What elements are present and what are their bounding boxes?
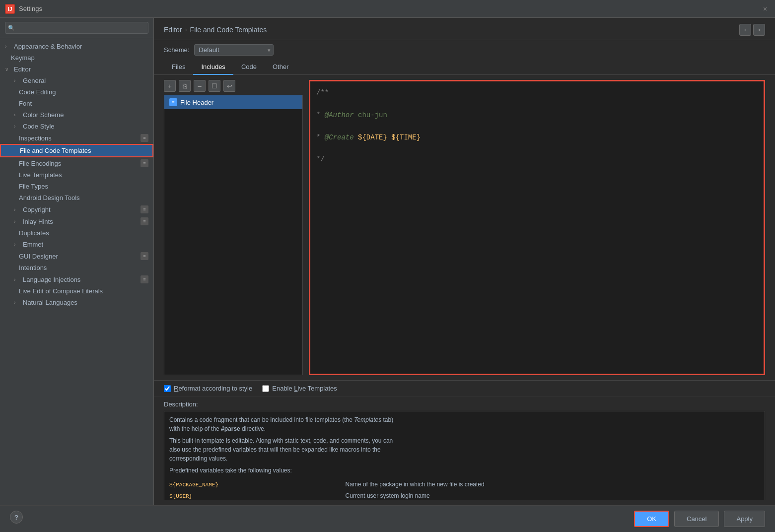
sidebar-item-editor[interactable]: ∨ Editor [0, 64, 153, 75]
nav-buttons: ‹ › [739, 24, 765, 36]
sidebar-item-duplicates[interactable]: Duplicates [0, 227, 153, 239]
scheme-select[interactable]: Default Project [194, 44, 274, 56]
sidebar-item-label: Intentions [19, 264, 47, 271]
copy-template-button[interactable]: ⎘ [179, 80, 191, 92]
variables-table: ${PACKAGE_NAME} Name of the package in w… [169, 479, 760, 500]
enable-live-templates-checkbox-row: Enable Live Templates [262, 385, 337, 392]
sidebar: 🔍 › Appearance & Behavior Keymap ∨ Edito… [0, 18, 154, 505]
reformat-checkbox[interactable] [164, 385, 171, 392]
description-line1: Contains a code fragment that can be inc… [169, 415, 760, 424]
help-button[interactable]: ? [10, 511, 23, 524]
sidebar-item-code-style[interactable]: › Code Style [0, 121, 153, 132]
arrow-icon: › [14, 242, 20, 247]
clone-template-button[interactable]: ☐ [209, 80, 220, 92]
bottom-options: Reformat according to style Enable Live … [154, 380, 775, 396]
sidebar-item-inlay-hints[interactable]: › Inlay Hints ≡ [0, 215, 153, 227]
sidebar-item-font[interactable]: Font [0, 98, 153, 109]
sidebar-item-gui-designer[interactable]: GUI Designer ≡ [0, 250, 153, 262]
tab-other[interactable]: Other [265, 60, 297, 75]
sidebar-item-label: Inlay Hints [23, 218, 53, 225]
arrow-icon: › [5, 44, 11, 49]
code-editor-panel: /** * @Author chu-jun * @Create ${DATE} … [309, 80, 765, 375]
variable-row-user: ${USER} Current user system login name [169, 490, 760, 501]
reformat-label[interactable]: Reformat according to style [174, 385, 252, 392]
app-icon: IJ [5, 4, 15, 14]
code-editor[interactable]: /** * @Author chu-jun * @Create ${DATE} … [309, 80, 765, 375]
arrow-icon: › [14, 124, 20, 129]
variable-key: ${PACKAGE_NAME} [169, 479, 346, 490]
main-layout: 🔍 › Appearance & Behavior Keymap ∨ Edito… [0, 18, 775, 505]
sidebar-item-android-design-tools[interactable]: Android Design Tools [0, 192, 153, 203]
nav-back-button[interactable]: ‹ [739, 24, 751, 36]
sidebar-item-label: Natural Languages [23, 299, 77, 306]
code-comment: /** [316, 89, 329, 97]
sidebar-item-natural-languages[interactable]: › Natural Languages [0, 297, 153, 308]
tab-includes[interactable]: Includes [193, 60, 233, 75]
nav-forward-button[interactable]: › [753, 24, 765, 36]
breadcrumb: Editor › File and Code Templates ‹ › [154, 18, 775, 40]
sidebar-item-file-types[interactable]: File Types [0, 181, 153, 192]
close-button[interactable]: × [760, 4, 770, 14]
template-list-item-file-header[interactable]: ≡ File Header [164, 95, 302, 109]
search-box: 🔍 [0, 18, 153, 38]
sidebar-item-file-code-templates[interactable]: File and Code Templates [0, 144, 153, 157]
sidebar-item-label: Editor [14, 66, 31, 73]
badge-icon: ≡ [141, 134, 148, 142]
sidebar-item-label: Appearance & Behavior [14, 43, 82, 50]
sidebar-item-file-encodings[interactable]: File Encodings ≡ [0, 157, 153, 169]
apply-button[interactable]: Apply [724, 511, 765, 527]
badge-icon: ≡ [141, 252, 148, 260]
sidebar-item-label: Language Injections [23, 276, 80, 283]
variable-row-package: ${PACKAGE_NAME} Name of the package in w… [169, 479, 760, 490]
sidebar-item-label: Live Edit of Compose Literals [19, 287, 103, 295]
sidebar-item-label: Inspections [19, 134, 52, 142]
sidebar-item-label: Code Style [23, 123, 55, 130]
toolbar-row: + ⎘ – ☐ ↩ [164, 80, 303, 92]
tab-files[interactable]: Files [164, 60, 193, 75]
sidebar-item-label: Android Design Tools [19, 194, 80, 201]
code-line: * @Author chu-jun [316, 110, 758, 121]
cancel-button[interactable]: Cancel [674, 511, 719, 527]
enable-live-templates-checkbox[interactable] [262, 385, 269, 392]
sidebar-item-keymap[interactable]: Keymap [0, 52, 153, 64]
description-box: Contains a code fragment that can be inc… [164, 411, 765, 500]
template-editor: + ⎘ – ☐ ↩ ≡ File Header /** [154, 75, 775, 380]
description-panel: Description: Contains a code fragment th… [154, 396, 775, 505]
sidebar-item-code-editing[interactable]: Code Editing [0, 86, 153, 98]
tab-code[interactable]: Code [233, 60, 265, 75]
description-title: Description: [164, 400, 765, 408]
code-line: * @Create ${DATE} ${TIME} [316, 132, 758, 143]
ok-button[interactable]: OK [634, 511, 669, 527]
scheme-select-wrapper: Default Project [194, 44, 274, 56]
add-template-button[interactable]: + [164, 80, 176, 92]
sidebar-item-appearance[interactable]: › Appearance & Behavior [0, 41, 153, 52]
sidebar-item-general[interactable]: › General [0, 75, 153, 86]
variable-value: Name of the package in which the new fil… [346, 479, 760, 490]
enable-live-templates-label[interactable]: Enable Live Templates [272, 385, 337, 392]
sidebar-item-label: Live Templates [19, 171, 62, 179]
sidebar-item-label: File Encodings [19, 160, 61, 167]
title-bar: IJ Settings × [0, 0, 775, 18]
sidebar-item-inspections[interactable]: Inspections ≡ [0, 132, 153, 144]
tabs-row: Files Includes Code Other [154, 60, 775, 75]
remove-template-button[interactable]: – [194, 80, 206, 92]
sidebar-item-copyright[interactable]: › Copyright ≡ [0, 203, 153, 215]
sidebar-item-color-scheme[interactable]: › Color Scheme [0, 109, 153, 121]
reset-template-button[interactable]: ↩ [223, 80, 235, 92]
sidebar-item-language-injections[interactable]: › Language Injections ≡ [0, 273, 153, 285]
breadcrumb-current: File and Code Templates [190, 26, 267, 34]
scheme-label: Scheme: [164, 46, 189, 54]
description-line2: with the help of the #parse directive. [169, 424, 760, 433]
search-icon: 🔍 [8, 25, 15, 31]
sidebar-item-live-templates[interactable]: Live Templates [0, 169, 153, 181]
reformat-checkbox-row: Reformat according to style [164, 385, 252, 392]
search-input[interactable] [5, 22, 148, 34]
tree-container: › Appearance & Behavior Keymap ∨ Editor … [0, 38, 153, 505]
sidebar-item-live-edit-compose[interactable]: Live Edit of Compose Literals [0, 285, 153, 297]
sidebar-item-emmet[interactable]: › Emmet [0, 239, 153, 250]
breadcrumb-separator: › [185, 26, 187, 33]
sidebar-item-intentions[interactable]: Intentions [0, 262, 153, 273]
arrow-icon: › [14, 300, 20, 305]
badge-icon: ≡ [141, 275, 148, 283]
sidebar-item-label: Keymap [11, 54, 35, 62]
